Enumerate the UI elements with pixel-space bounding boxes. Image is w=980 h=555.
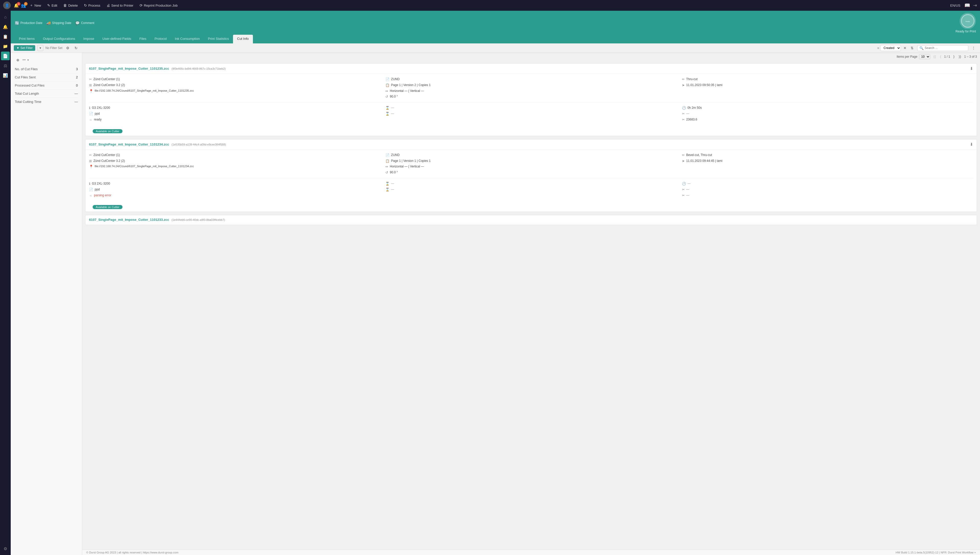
download-icon-1[interactable]: ⬇ xyxy=(970,66,973,71)
orientation-2: ⇔ Horizontal — | Vertical — xyxy=(385,164,677,170)
send-to-printer-button[interactable]: 🖨 Send to Printer xyxy=(104,2,136,8)
page-icon-2: 📋 xyxy=(385,159,389,163)
sort-select[interactable]: Created xyxy=(880,45,901,51)
build-info: HW Build 1.15.1-beta.5(10952)-12 | NFR: … xyxy=(895,551,976,554)
page-last-button[interactable]: ⟩⟩ xyxy=(958,54,962,59)
stat-no-cut-files: No. of Cut Files 3 xyxy=(15,65,78,73)
cut-file-card-3: 6107_SinglePage_mit_Impose_Cutter_110123… xyxy=(85,215,977,225)
language-selector[interactable]: EN/US xyxy=(950,3,960,7)
cut-length-2: ✂ — xyxy=(682,192,973,198)
cut-stat-icon-1: ✂ xyxy=(682,112,685,115)
notification-bell-2[interactable]: 👥 2 xyxy=(21,3,26,8)
help-icon[interactable]: 📖 xyxy=(964,3,970,8)
brand-1: 📄 ZUND xyxy=(385,76,677,82)
scissors-icon-2: ✂ xyxy=(89,153,92,157)
info-icon: ℹ xyxy=(89,106,90,110)
refresh-button[interactable]: ↻ xyxy=(73,45,79,51)
cut-file-filename-2: 6107_SinglePage_mit_Impose_Cutter_110123… xyxy=(89,143,169,146)
hourglass-icon-4: ⌛ xyxy=(385,188,389,191)
tab-protocol[interactable]: Protocol xyxy=(151,35,171,43)
sent-info-2: ➤ 11.01.2023 09:44:45 | lami xyxy=(682,158,973,164)
filter-config-button[interactable]: ⚙ xyxy=(64,45,71,51)
sent-icon: ➤ xyxy=(682,83,685,87)
comment-icon: 💬 xyxy=(75,21,80,25)
tab-impose[interactable]: Impose xyxy=(79,35,99,43)
page-next-button[interactable]: ⟩ xyxy=(952,54,956,59)
avatar[interactable]: 👤 xyxy=(3,2,11,9)
sort-icon: ≡ xyxy=(877,46,879,50)
time1-1: ⌛ — xyxy=(385,105,677,111)
nav-notifications[interactable]: 🔔 xyxy=(1,22,10,31)
more-options-button[interactable]: ⋮ xyxy=(970,45,977,51)
new-button[interactable]: ＋ New xyxy=(27,2,44,9)
items-per-page: Items per Page 10 xyxy=(897,54,930,59)
cut-type-icon-2: ✏ xyxy=(682,153,685,157)
nav-files[interactable]: 📁 xyxy=(1,42,10,51)
path-icon-2: 📍 xyxy=(89,165,93,168)
cut-file-filename-3: 6107_SinglePage_mit_Impose_Cutter_110123… xyxy=(89,218,169,221)
sort-clear-button[interactable]: ✕ xyxy=(902,45,908,51)
trash-icon: 🗑 xyxy=(63,3,67,7)
format-icon: 📄 xyxy=(89,112,93,115)
bottom-bar: © Durst Group AG 2023 | all rights reser… xyxy=(82,550,980,555)
stats-expand-button[interactable]: ⊕ xyxy=(15,57,21,63)
brand-icon-2: 📄 xyxy=(385,153,389,157)
orientation-icon: ⇔ xyxy=(385,89,388,93)
scissors-icon: ✂ xyxy=(89,77,92,81)
reprint-button[interactable]: ⟳ Reprint Production Job xyxy=(137,2,180,8)
reprint-icon: ⟳ xyxy=(139,3,143,7)
stat-total-cutting-time: Total Cutting Time — xyxy=(15,98,78,106)
items-per-page-select[interactable]: 10 xyxy=(919,54,930,59)
time1-2: ⌛ — xyxy=(385,181,677,187)
cut-stat-1: ✂ — xyxy=(682,111,973,117)
process-button[interactable]: ↻ Process xyxy=(82,2,103,8)
status-icon-2: ～ xyxy=(89,194,92,198)
tab-print-statistics[interactable]: Print Statistics xyxy=(204,35,233,43)
brand-icon: 📄 xyxy=(385,77,389,81)
delete-button[interactable]: 🗑 Delete xyxy=(61,2,80,8)
nav-settings[interactable]: ⚙ xyxy=(1,544,10,553)
download-icon-2[interactable]: ⬇ xyxy=(970,142,973,147)
page-prev-button[interactable]: ⟨ xyxy=(939,54,942,59)
tab-cut-info[interactable]: Cut Info xyxy=(233,35,253,43)
edit-button[interactable]: ✎ Edit xyxy=(45,2,60,8)
sort-area: ≡ Created ✕ ⇅ xyxy=(877,45,915,51)
nav-home[interactable]: ⌂ xyxy=(1,13,10,21)
page-first-button[interactable]: ⟨⟨ xyxy=(932,54,937,59)
sent-info-1: ➤ 11.01.2023 09:50:35 | lami xyxy=(682,82,973,88)
nav-reports[interactable]: 📊 xyxy=(1,71,10,80)
page-header: 🔄 Production Date 🚚 Shipping Date 💬 Comm… xyxy=(11,11,980,43)
shipping-date-icon: 🚚 xyxy=(46,21,51,25)
page-info-2: 📋 Page 1 | Version 1 | Copies 1 xyxy=(385,158,677,164)
cut-type-2: ✏ Bevel-cut, Thru-cut xyxy=(682,152,973,158)
tab-ink-consumption[interactable]: Ink Consumption xyxy=(171,35,204,43)
hourglass-icon-3: ⌛ xyxy=(385,182,389,186)
tab-output-configurations[interactable]: Output Configurations xyxy=(39,35,79,43)
sort-toggle-button[interactable]: ⇅ xyxy=(909,45,915,51)
icon-nav: ⌂ 🔔 📋 📁 📄 ⚖ 📊 ⚙ xyxy=(0,11,11,555)
tab-files[interactable]: Files xyxy=(135,35,151,43)
no-filter-label: No Filter Set xyxy=(45,46,62,50)
cut-file-uuid-3: (1e444eb6-ce90-40dc-a9f3-8ba03f4cebb7) xyxy=(171,218,225,221)
nav-queue[interactable]: ⚖ xyxy=(1,61,10,70)
production-date-icon: 🔄 xyxy=(15,21,19,25)
cutter-version-1: ⊞ Zünd CutCenter 3.2 (2) xyxy=(89,82,380,88)
orientation-1: ⇔ Horizontal — | Vertical — xyxy=(385,88,677,94)
filter-icon: ▼ xyxy=(16,46,19,50)
set-filter-button[interactable]: ▼ Set Filter xyxy=(14,45,35,51)
stats-chevron: ▾ xyxy=(27,58,29,62)
search-box: 🔍 xyxy=(917,45,968,51)
machine-section-1: ℹ G3 2XL-3200 📄 ppd ～ r xyxy=(89,102,973,123)
cutter-software-1: ✂ Zünd CutCenter (1) xyxy=(89,76,380,82)
filter-dropdown-button[interactable]: ▾ xyxy=(37,45,43,51)
notification-bell-1[interactable]: 🔔 1 xyxy=(14,3,19,8)
search-input[interactable] xyxy=(925,46,966,50)
logout-icon[interactable]: ⇥ xyxy=(973,3,977,8)
notification-badge-2: 2 xyxy=(24,2,27,6)
format-icon-2: 📄 xyxy=(89,188,93,191)
nav-orders[interactable]: 📋 xyxy=(1,32,10,41)
nav-jobs[interactable]: 📄 xyxy=(1,51,10,60)
version-icon-2: ⊞ xyxy=(89,159,92,163)
tab-user-defined-fields[interactable]: User-defined Fields xyxy=(98,35,135,43)
tab-print-items[interactable]: Print Items xyxy=(15,35,39,43)
